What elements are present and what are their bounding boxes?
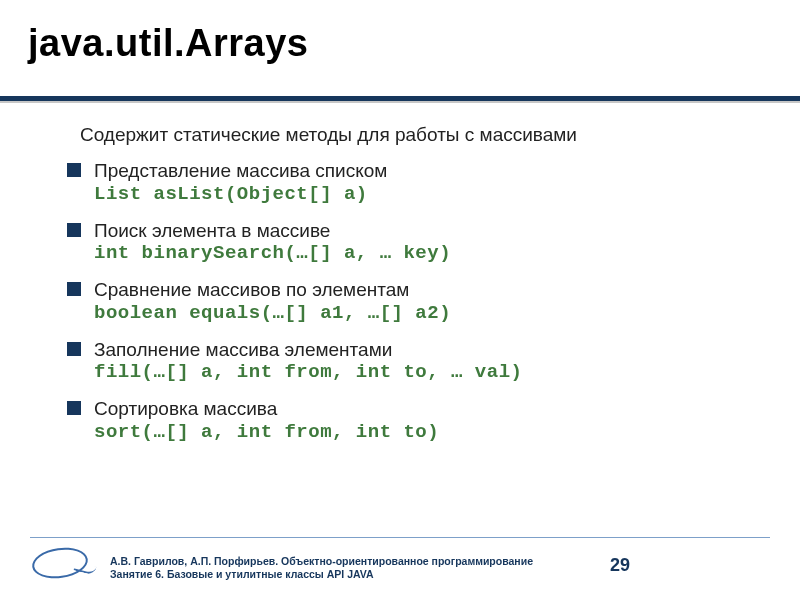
bullet-item: Сортировка массива sort(…[] a, int from,… xyxy=(70,398,774,445)
title-rule-light xyxy=(0,101,800,103)
slide-title: java.util.Arrays xyxy=(28,22,308,65)
item-desc: Заполнение массива элементами xyxy=(94,339,774,362)
item-code: boolean equals(…[] a1, …[] a2) xyxy=(94,302,774,326)
item-code: int binarySearch(…[] a, … key) xyxy=(94,242,774,266)
square-bullet-icon xyxy=(67,282,81,296)
bullet-item: Сравнение массивов по элементам boolean … xyxy=(70,279,774,326)
bullet-item: Представление массива списком List asLis… xyxy=(70,160,774,207)
item-desc: Поиск элемента в массиве xyxy=(94,220,774,243)
logo-icon xyxy=(30,544,96,584)
bullet-item: Заполнение массива элементами fill(…[] a… xyxy=(70,339,774,386)
item-code: sort(…[] a, int from, int to) xyxy=(94,421,774,445)
item-code: List asList(Object[] a) xyxy=(94,183,774,207)
page-number: 29 xyxy=(610,555,630,576)
item-desc: Сортировка массива xyxy=(94,398,774,421)
intro-text: Содержит статические методы для работы с… xyxy=(80,124,774,146)
item-desc: Сравнение массивов по элементам xyxy=(94,279,774,302)
slide-body: Содержит статические методы для работы с… xyxy=(70,124,774,458)
slide: java.util.Arrays Содержит статические ме… xyxy=(0,0,800,600)
item-code: fill(…[] a, int from, int to, … val) xyxy=(94,361,774,385)
square-bullet-icon xyxy=(67,401,81,415)
item-desc: Представление массива списком xyxy=(94,160,774,183)
bullet-item: Поиск элемента в массиве int binarySearc… xyxy=(70,220,774,267)
slide-footer: А.В. Гаврилов, А.П. Порфирьев. Объектно-… xyxy=(30,538,770,584)
footer-line2: Занятие 6. Базовые и утилитные классы AP… xyxy=(110,568,374,580)
square-bullet-icon xyxy=(67,342,81,356)
footer-line1: А.В. Гаврилов, А.П. Порфирьев. Объектно-… xyxy=(110,555,533,567)
footer-text: А.В. Гаврилов, А.П. Порфирьев. Объектно-… xyxy=(110,555,533,582)
square-bullet-icon xyxy=(67,223,81,237)
square-bullet-icon xyxy=(67,163,81,177)
